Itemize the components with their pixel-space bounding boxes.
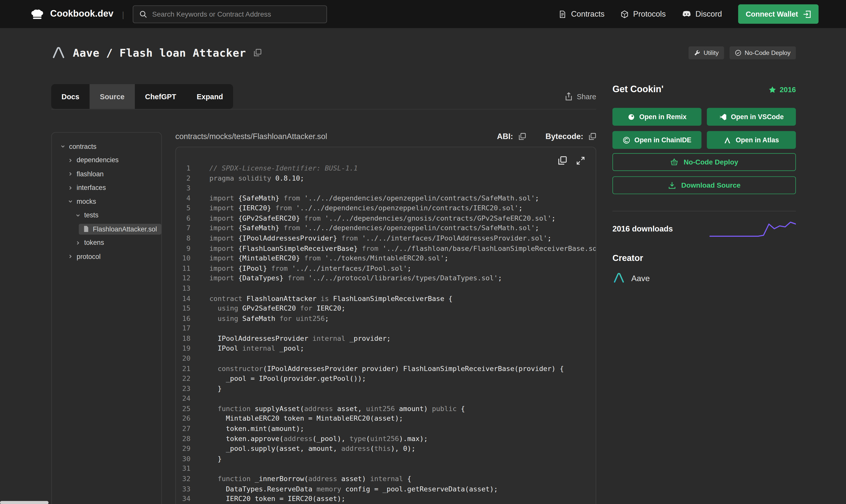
download-source-button[interactable]: Download Source xyxy=(612,176,796,194)
search-input[interactable] xyxy=(152,10,320,18)
code-gutter: 1234567891011121314151617181920212223242… xyxy=(176,163,191,504)
button-label: Open in ChainIDE xyxy=(634,136,691,144)
code-lines: // SPDX-License-Identifier: BUSL-1.1prag… xyxy=(191,163,596,504)
chevron-down-icon xyxy=(60,144,65,149)
chevron-right-icon xyxy=(68,254,73,259)
tab-source[interactable]: Source xyxy=(89,84,135,109)
button-label: Open in Atlas xyxy=(736,136,779,144)
no-code-deploy-button[interactable]: No-Code Deploy xyxy=(612,153,796,171)
badge-label: Utility xyxy=(704,49,719,56)
code-meta: ABI: Bytecode: xyxy=(497,132,596,141)
nav-link-contracts[interactable]: Contracts xyxy=(559,10,604,18)
creator-row[interactable]: Aave xyxy=(612,272,796,284)
badges: UtilityNo-Code Deploy xyxy=(688,46,796,59)
aave-creator-logo-icon xyxy=(612,272,625,284)
aave-logo-icon xyxy=(51,46,66,59)
basket-icon xyxy=(670,158,678,166)
code-viewer: 1234567891011121314151617181920212223242… xyxy=(175,147,596,504)
open-in-remix-button[interactable]: Open in Remix xyxy=(612,108,701,126)
atlas-icon xyxy=(724,136,732,144)
code-actions xyxy=(558,156,585,165)
nav-links: ContractsProtocolsDiscord xyxy=(559,10,722,18)
tree-folder-protocol[interactable]: protocol xyxy=(55,250,158,264)
nav-link-label: Protocols xyxy=(633,10,666,18)
sidebar-divider xyxy=(612,211,796,211)
tree-folder-tokens[interactable]: tokens xyxy=(55,236,158,250)
chef-hat-icon xyxy=(30,9,45,19)
tree-folder-interfaces[interactable]: interfaces xyxy=(55,181,158,195)
code-scroll-area[interactable]: 1234567891011121314151617181920212223242… xyxy=(176,163,596,504)
protocols-icon xyxy=(621,10,629,18)
navbar-separator: | xyxy=(122,9,124,18)
chevron-right-icon xyxy=(76,240,81,245)
button-label: Download Source xyxy=(681,181,740,189)
file-icon xyxy=(83,226,89,233)
open-in-chainide-button[interactable]: Open in ChainIDE xyxy=(612,131,701,149)
search-icon xyxy=(139,10,147,18)
tab-expand[interactable]: Expand xyxy=(187,84,233,109)
tab-chefgpt[interactable]: ChefGPT xyxy=(135,84,187,109)
tab-docs[interactable]: Docs xyxy=(51,84,89,109)
tree-folder-flashloan[interactable]: flashloan xyxy=(55,167,158,181)
title-copy-icon[interactable] xyxy=(253,49,262,57)
code-copy-icon[interactable] xyxy=(558,156,567,165)
downloads-row: 2016 downloads xyxy=(612,219,796,238)
file-tree: contractsdependenciesflashloaninterfaces… xyxy=(51,132,162,504)
discord-icon xyxy=(682,10,691,18)
button-label: Open in Remix xyxy=(639,113,686,121)
open-in-vscode-button[interactable]: Open in VSCode xyxy=(707,108,796,126)
tree-folder-tests[interactable]: tests xyxy=(55,209,158,222)
badge-no-code-deploy[interactable]: No-Code Deploy xyxy=(729,46,796,59)
open-in-atlas-button[interactable]: Open in Atlas xyxy=(707,131,796,149)
downloads-count: 2016 downloads xyxy=(612,224,673,233)
horizontal-scrollbar[interactable] xyxy=(0,501,49,504)
badge-label: No-Code Deploy xyxy=(745,49,791,56)
page-header: Aave / Flash loan Attacker UtilityNo-Cod… xyxy=(51,46,796,59)
abi-label: ABI: xyxy=(497,132,513,141)
file-path: contracts/mocks/tests/FlashloanAttacker.… xyxy=(175,132,497,141)
main-column: DocsSourceChefGPTExpand Share contractsd… xyxy=(51,84,596,504)
chainide-icon xyxy=(622,136,630,144)
page-body: Aave / Flash loan Attacker UtilityNo-Cod… xyxy=(0,46,846,504)
right-sidebar: Get Cookin' 2016 Open in RemixOpen in VS… xyxy=(612,84,796,284)
tree-item-label: tests xyxy=(84,212,99,219)
tree-folder-dependencies[interactable]: dependencies xyxy=(55,154,158,167)
login-arrow-icon xyxy=(803,10,811,18)
tree-item-label: protocol xyxy=(76,253,101,260)
tree-item-label: contracts xyxy=(69,143,96,150)
connect-wallet-button[interactable]: Connect Wallet xyxy=(738,4,818,24)
brand-logo[interactable]: Cookbook.dev xyxy=(30,8,113,19)
sidebar-header: Get Cookin' 2016 xyxy=(612,84,796,95)
nav-link-label: Discord xyxy=(695,10,722,18)
outline-buttons: No-Code DeployDownload Source xyxy=(612,153,796,194)
utility-icon xyxy=(694,49,700,56)
open-buttons: Open in RemixOpen in VSCodeOpen in Chain… xyxy=(612,108,796,149)
code-column: contracts/mocks/tests/FlashloanAttacker.… xyxy=(175,132,596,504)
downloads-sparkline xyxy=(710,219,796,238)
badge-utility[interactable]: Utility xyxy=(688,46,724,59)
chevron-right-icon xyxy=(68,185,73,190)
tree-folder-contracts[interactable]: contracts xyxy=(55,140,158,154)
top-navbar: Cookbook.dev | ContractsProtocolsDiscord… xyxy=(0,0,846,28)
search-box[interactable] xyxy=(133,5,327,23)
abi-copy-icon[interactable] xyxy=(518,133,526,140)
tree-item-label: dependencies xyxy=(76,157,119,164)
nav-link-discord[interactable]: Discord xyxy=(682,10,722,18)
nav-link-label: Contracts xyxy=(571,10,604,18)
share-label: Share xyxy=(577,92,596,101)
bytecode-copy-icon[interactable] xyxy=(589,133,596,140)
get-cookin-heading: Get Cookin' xyxy=(612,84,664,95)
star-count[interactable]: 2016 xyxy=(769,85,796,93)
nav-link-protocols[interactable]: Protocols xyxy=(621,10,666,18)
share-icon xyxy=(565,92,572,101)
tree-folder-mocks[interactable]: mocks xyxy=(55,195,158,209)
button-label: No-Code Deploy xyxy=(684,158,738,166)
expand-icon[interactable] xyxy=(576,156,585,165)
creator-name: Aave xyxy=(631,273,650,282)
tab-group: DocsSourceChefGPTExpand xyxy=(51,84,233,109)
bytecode-label: Bytecode: xyxy=(545,132,583,141)
share-button[interactable]: Share xyxy=(565,92,596,101)
creator-heading: Creator xyxy=(612,253,796,263)
tree-file-flashloanattacker-sol[interactable]: FlashloanAttacker.sol xyxy=(55,222,158,236)
tree-item-label: FlashloanAttacker.sol xyxy=(93,225,157,233)
